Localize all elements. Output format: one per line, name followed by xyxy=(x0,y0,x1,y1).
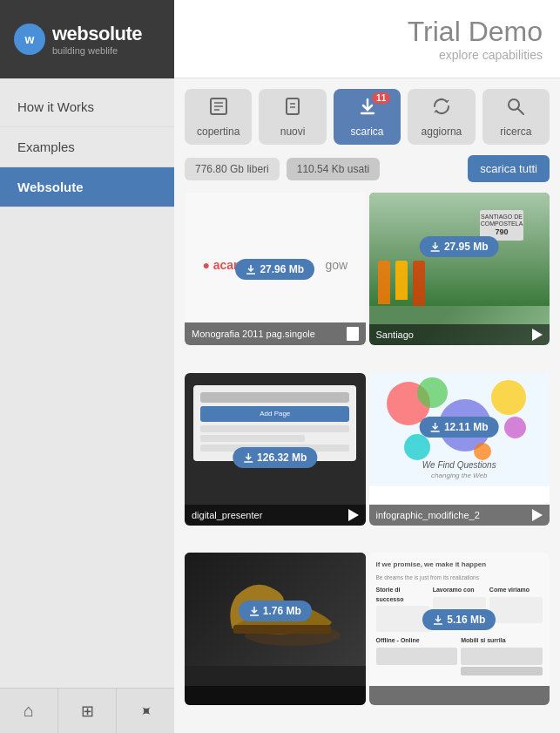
play-icon-4 xyxy=(532,509,543,521)
grid-item-santiago: SANTIAGO DECOMPOSTELA790 27.95 Mb Santia… xyxy=(369,193,550,345)
scarica-badge: 11 xyxy=(372,92,390,104)
item-title-4: infographic_modifiche_2 xyxy=(376,510,480,520)
logo-text: websolute building weblife xyxy=(52,23,142,56)
logo-icon: w xyxy=(14,24,45,55)
svg-text:w: w xyxy=(24,32,35,46)
logo-area: w websolute building weblife xyxy=(0,0,174,78)
item-caption-5: - xyxy=(185,686,366,705)
item-caption-4: infographic_modifiche_2 xyxy=(369,505,550,526)
scarica-label: scarica xyxy=(351,126,384,138)
item-title-2: Santiago xyxy=(376,329,414,340)
download-btn-3[interactable]: 126.32 Mb xyxy=(233,447,317,468)
download-size-2: 27.95 Mb xyxy=(444,241,489,253)
item-caption-1: Monografia 2011 pag.singole xyxy=(185,322,366,345)
ricerca-icon xyxy=(505,96,526,122)
pin-icon: ✦ xyxy=(134,699,157,722)
sidebar-nav: How it Works Examples Websolute xyxy=(0,78,174,688)
download-size-4: 12.11 Mb xyxy=(444,421,489,433)
svg-point-11 xyxy=(509,99,519,110)
grid-item-monografia: ● acanto gow 27.96 Mb Monografia 2011 pa… xyxy=(185,193,366,345)
storage-bar: 776.80 Gb liberi 110.54 Kb usati scarica… xyxy=(174,152,560,189)
sidebar-item-websolute[interactable]: Websolute xyxy=(0,167,174,207)
item-caption-6: - xyxy=(369,686,550,705)
aggiorna-label: aggiorna xyxy=(422,126,462,138)
main-content: Trial Demo explore capabilities copertin… xyxy=(174,0,560,733)
content-grid: ● acanto gow 27.96 Mb Monografia 2011 pa… xyxy=(174,189,560,733)
brand-name: websolute xyxy=(52,23,142,45)
grid-item-doc: if we promise, we make it happen Be drea… xyxy=(369,553,550,705)
play-icon-3 xyxy=(348,509,359,521)
nuovi-label: nuovi xyxy=(280,126,306,138)
svg-line-12 xyxy=(518,109,523,114)
page-header: Trial Demo explore capabilities xyxy=(174,0,560,78)
item-caption-2: Santiago xyxy=(369,324,550,345)
sidebar-item-how-it-works[interactable]: How it Works xyxy=(0,87,174,127)
storage-free: 776.80 Gb liberi xyxy=(185,158,280,180)
pin-button[interactable]: ✦ xyxy=(117,689,174,733)
toolbar: copertina nuovi 11 sca xyxy=(174,78,560,152)
header-subtitle: explore capabilities xyxy=(192,48,543,62)
download-size-1: 27.96 Mb xyxy=(260,263,304,275)
tab-nuovi[interactable]: nuovi xyxy=(259,89,326,145)
download-size-5: 1.76 Mb xyxy=(263,605,301,617)
grid-item-shoe: 1.76 Mb - xyxy=(185,553,366,705)
download-btn-1[interactable]: 27.96 Mb xyxy=(235,259,314,280)
item-title-1: Monografia 2011 pag.singole xyxy=(192,329,315,339)
home-icon: ⌂ xyxy=(24,701,34,721)
download-size-3: 126.32 Mb xyxy=(257,451,307,464)
tab-scarica[interactable]: 11 scarica xyxy=(334,89,401,145)
grid-item-infographic: We Find Questionschanging the Web 12.11 … xyxy=(369,373,550,526)
gow-logo: gow xyxy=(325,258,347,272)
tab-copertina[interactable]: copertina xyxy=(185,89,252,145)
download-btn-4[interactable]: 12.11 Mb xyxy=(420,417,499,438)
item-caption-3: digital_presenter xyxy=(185,505,366,526)
home-button[interactable]: ⌂ xyxy=(0,689,58,733)
sidebar-item-examples[interactable]: Examples xyxy=(0,127,174,167)
gallery-icon: ⊞ xyxy=(81,702,94,721)
storage-used: 110.54 Kb usati xyxy=(287,158,380,180)
gallery-button[interactable]: ⊞ xyxy=(58,689,117,733)
svg-rect-6 xyxy=(287,98,299,114)
download-all-button[interactable]: scarica tutti xyxy=(468,155,550,182)
sidebar: w websolute building weblife How it Work… xyxy=(0,0,174,733)
tab-aggiorna[interactable]: aggiorna xyxy=(408,89,475,145)
copertina-label: copertina xyxy=(197,126,240,138)
sidebar-bottom-bar: ⌂ ⊞ ✦ xyxy=(0,688,174,733)
ricerca-label: ricerca xyxy=(500,126,531,138)
download-btn-2[interactable]: 27.95 Mb xyxy=(420,236,499,257)
item-title-3: digital_presenter xyxy=(192,510,262,520)
download-btn-6[interactable]: 5.16 Mb xyxy=(422,609,496,630)
doc-icon-1 xyxy=(347,327,359,341)
download-btn-5[interactable]: 1.76 Mb xyxy=(239,601,312,621)
brand-tagline: building weblife xyxy=(52,45,142,56)
aggiorna-icon xyxy=(431,96,452,122)
download-size-6: 5.16 Mb xyxy=(447,614,485,626)
header-title: Trial Demo xyxy=(192,16,543,48)
copertina-icon xyxy=(208,96,229,122)
nuovi-icon xyxy=(282,96,303,122)
tab-ricerca[interactable]: ricerca xyxy=(482,89,550,145)
play-icon-2 xyxy=(532,329,543,341)
svg-rect-22 xyxy=(233,625,331,634)
grid-item-digital: Add Page 126.32 Mb digital_presenter xyxy=(185,373,366,526)
